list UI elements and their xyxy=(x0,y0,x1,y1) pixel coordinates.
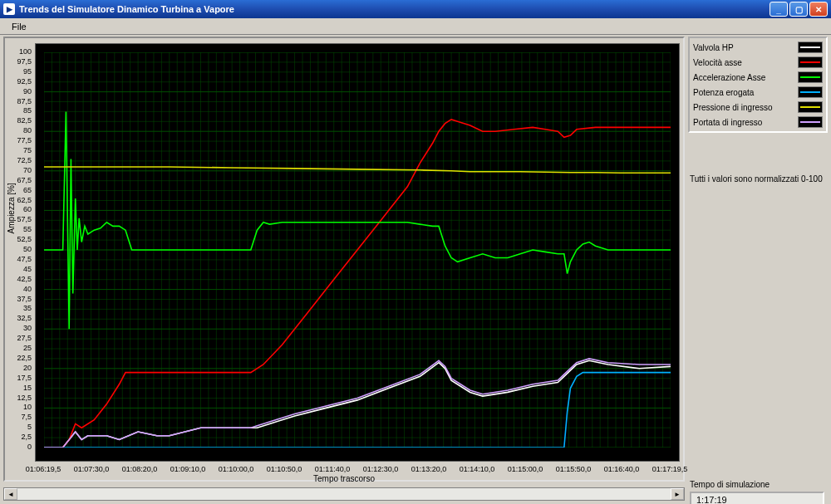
chart-scrollbar[interactable]: ◄ ► xyxy=(3,487,685,501)
x-tick-label: 01:06:19,5 xyxy=(26,465,61,473)
close-button[interactable]: ✕ xyxy=(809,2,828,17)
menubar: File xyxy=(0,18,831,35)
legend-label: Accelerazione Asse xyxy=(693,73,765,82)
y-tick-label: 10 xyxy=(7,403,32,411)
x-tick-label: 01:15:00,0 xyxy=(508,465,543,473)
y-tick-label: 62,5 xyxy=(7,196,32,204)
y-tick-label: 37,5 xyxy=(7,295,32,303)
legend-swatch xyxy=(798,101,823,113)
y-tick-label: 57,5 xyxy=(7,215,32,223)
x-tick-label: 01:16:40,0 xyxy=(604,465,640,473)
legend-item[interactable]: Accelerazione Asse xyxy=(691,70,824,85)
y-tick-label: 0 xyxy=(7,443,32,451)
x-tick-label: 01:13:20,0 xyxy=(411,465,447,473)
y-tick-label: 90 xyxy=(7,87,32,95)
x-axis-label: Tempo trascorso xyxy=(313,474,375,483)
normalization-label: Tutti i valori sono normalizzati 0-100 xyxy=(690,174,828,183)
sim-time-label: Tempo di simulazione xyxy=(690,480,770,489)
y-tick-label: 52,5 xyxy=(7,235,32,243)
x-tick-label: 01:17:19,5 xyxy=(652,465,688,473)
x-tick-label: 01:12:30,0 xyxy=(363,465,399,473)
y-tick-label: 27,5 xyxy=(7,334,32,342)
x-tick-label: 01:10:50,0 xyxy=(267,465,302,473)
x-tick-label: 01:08:20,0 xyxy=(122,465,158,473)
x-tick-label: 01:14:10,0 xyxy=(460,465,495,473)
scroll-left-icon[interactable]: ◄ xyxy=(4,488,17,500)
y-tick-label: 70 xyxy=(7,166,32,174)
legend-label: Potenza erogata xyxy=(693,88,754,97)
x-tick-label: 01:11:40,0 xyxy=(315,465,351,473)
legend-label: Valvola HP xyxy=(693,43,734,52)
x-tick-label: 01:10:00,0 xyxy=(219,465,254,473)
y-tick-label: 65 xyxy=(7,186,32,194)
y-tick-label: 12,5 xyxy=(7,394,32,402)
legend-item[interactable]: Pressione di ingresso xyxy=(691,100,824,115)
y-tick-label: 100 xyxy=(7,47,32,56)
legend-item[interactable]: Velocità asse xyxy=(691,55,824,70)
y-tick-label: 32,5 xyxy=(7,314,32,322)
legend-swatch xyxy=(798,71,823,83)
legend-swatch xyxy=(798,56,823,68)
y-tick-label: 55 xyxy=(7,225,32,233)
content-area: Ampiezza [%] Tempo trascorso 02,557,5101… xyxy=(0,35,831,504)
y-tick-label: 17,5 xyxy=(7,374,32,382)
y-tick-label: 97,5 xyxy=(7,57,32,66)
legend-item[interactable]: Portata di ingresso xyxy=(691,115,824,130)
y-tick-label: 95 xyxy=(7,67,32,76)
y-tick-label: 35 xyxy=(7,304,32,312)
y-tick-label: 42,5 xyxy=(7,275,32,283)
window-titlebar: ▶ Trends del Simulatore Dinamico Turbina… xyxy=(0,0,831,18)
y-tick-label: 20 xyxy=(7,364,32,372)
window-title: Trends del Simulatore Dinamico Turbina a… xyxy=(19,4,234,14)
chart-panel: Ampiezza [%] Tempo trascorso 02,557,5101… xyxy=(3,37,685,482)
y-tick-label: 50 xyxy=(7,245,32,253)
app-icon: ▶ xyxy=(3,3,15,15)
legend-label: Velocità asse xyxy=(693,58,742,67)
y-tick-label: 2,5 xyxy=(7,433,32,441)
y-tick-label: 5 xyxy=(7,423,32,431)
y-tick-label: 67,5 xyxy=(7,176,32,184)
y-tick-label: 7,5 xyxy=(7,413,32,421)
y-tick-label: 82,5 xyxy=(7,116,32,125)
legend-label: Pressione di ingresso xyxy=(693,103,773,112)
scroll-track[interactable] xyxy=(17,488,671,500)
y-tick-label: 77,5 xyxy=(7,136,32,144)
legend-swatch xyxy=(798,86,823,98)
scroll-right-icon[interactable]: ► xyxy=(671,488,684,500)
y-tick-label: 92,5 xyxy=(7,77,32,86)
y-tick-label: 85 xyxy=(7,106,32,115)
maximize-button[interactable]: ▢ xyxy=(789,2,808,17)
menu-file[interactable]: File xyxy=(5,20,33,33)
x-tick-label: 01:15:50,0 xyxy=(556,465,592,473)
minimize-button[interactable]: _ xyxy=(770,2,788,17)
y-tick-label: 15 xyxy=(7,384,32,392)
x-tick-label: 01:09:10,0 xyxy=(170,465,206,473)
legend-swatch xyxy=(798,116,823,128)
y-tick-label: 87,5 xyxy=(7,97,32,105)
y-tick-label: 75 xyxy=(7,146,32,154)
y-tick-label: 72,5 xyxy=(7,156,32,164)
y-tick-label: 60 xyxy=(7,205,32,213)
legend: Valvola HPVelocità asseAccelerazione Ass… xyxy=(688,37,828,133)
y-tick-label: 25 xyxy=(7,344,32,352)
y-tick-label: 47,5 xyxy=(7,255,32,263)
plot-area xyxy=(35,43,680,462)
x-tick-label: 01:07:30,0 xyxy=(74,465,110,473)
y-tick-label: 22,5 xyxy=(7,354,32,362)
legend-label: Portata di ingresso xyxy=(693,118,762,127)
sim-time-value: 1:17:19 xyxy=(690,492,824,504)
y-tick-label: 80 xyxy=(7,126,32,135)
y-tick-label: 45 xyxy=(7,265,32,273)
legend-swatch xyxy=(798,42,823,53)
y-tick-label: 30 xyxy=(7,324,32,332)
y-tick-label: 40 xyxy=(7,285,32,293)
legend-item[interactable]: Potenza erogata xyxy=(691,85,824,100)
legend-item[interactable]: Valvola HP xyxy=(691,40,824,55)
